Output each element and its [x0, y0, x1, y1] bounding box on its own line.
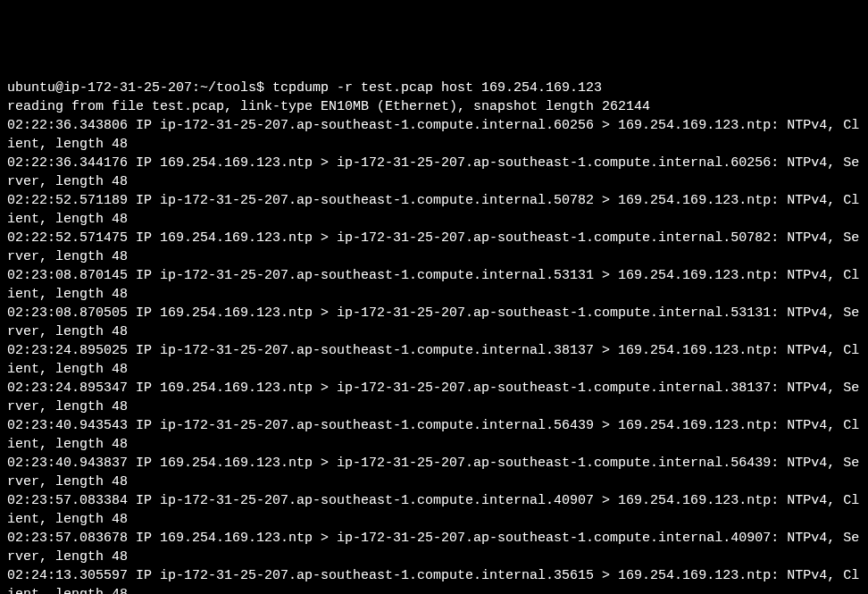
output-header: reading from file test.pcap, link-type E…: [7, 99, 650, 114]
packet-list: 02:22:36.343806 IP ip-172-31-25-207.ap-s…: [7, 116, 861, 594]
command-text: tcpdump -r test.pcap host 169.254.169.12…: [272, 80, 602, 96]
terminal-output[interactable]: ubuntu@ip-172-31-25-207:~/tools$ tcpdump…: [7, 79, 861, 594]
shell-prompt: ubuntu@ip-172-31-25-207:~/tools$: [7, 80, 272, 96]
